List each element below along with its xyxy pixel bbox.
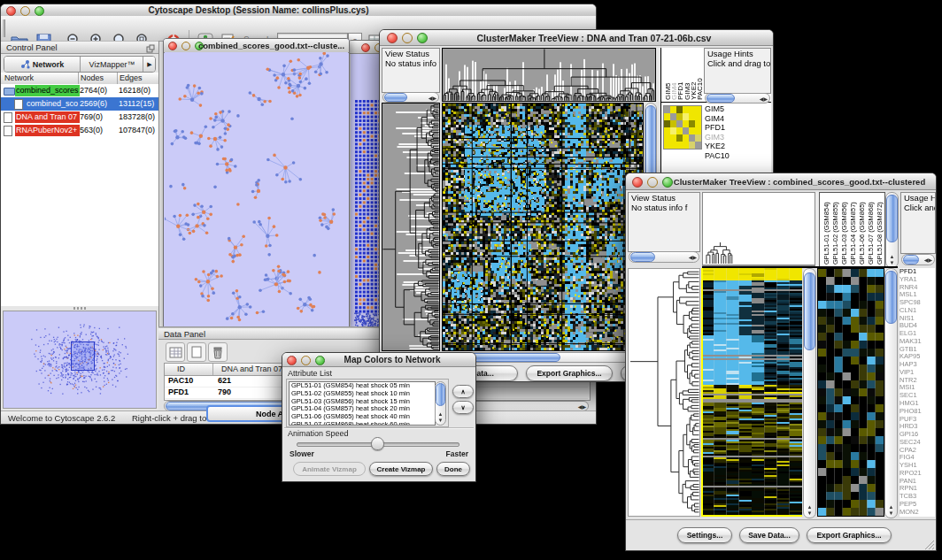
network-row[interactable]: RNAPuberNov2+563(0)107847(0) xyxy=(1,124,158,137)
tv2-heatmap-vscrollbar[interactable]: ▲▼ xyxy=(803,268,816,518)
minimize-button[interactable] xyxy=(181,42,190,50)
delete-attribute-trash-icon[interactable] xyxy=(208,342,228,362)
resize-grip[interactable] xyxy=(925,541,934,549)
attribute-list-item[interactable]: GPL51-07 (GSM868) heat shock 60 min xyxy=(290,421,435,426)
attribute-id: PAC10 xyxy=(168,375,212,387)
close-button[interactable] xyxy=(168,42,177,50)
tv2-collabel-vscrollbar[interactable]: ▲▼ xyxy=(885,192,899,268)
tv2-gene-label: GPI16 xyxy=(900,431,935,439)
matrix-cell xyxy=(670,113,676,120)
network-nodes: 2764(0) xyxy=(80,84,117,97)
matrix-cell xyxy=(664,134,670,142)
tv2-gene-labels: PFD1YRA1RNR4MSL1SPC98CLN1NIS1BUD4ELG1MAK… xyxy=(900,268,935,517)
tv2-column-label: GPL51-06 (GSM865) xyxy=(859,202,866,265)
faster-label: Faster xyxy=(445,449,468,458)
tv2-gene-label: PUF3 xyxy=(900,416,935,424)
network-edges: 13112(15) xyxy=(119,97,158,111)
settings-button[interactable]: Settings... xyxy=(677,527,732,543)
tab-overflow-arrow[interactable]: ▶ xyxy=(143,57,156,72)
network-row[interactable]: DNA and Tran 07769(0)183728(0) xyxy=(1,111,158,124)
close-button[interactable] xyxy=(6,6,16,16)
tv1-status-hscrollbar[interactable]: ◀▶ xyxy=(382,92,439,103)
tv1-column-label: PAC10 xyxy=(697,78,704,100)
tab-network[interactable]: Network xyxy=(4,57,80,72)
tv1-view-status-panel: View Status No status info f xyxy=(382,48,440,93)
export-graphics-button[interactable]: Export Graphics... xyxy=(526,365,613,381)
view-status-text: No status info f xyxy=(629,203,699,212)
matrix-cell xyxy=(664,113,670,120)
tv2-heatmap[interactable] xyxy=(701,268,802,517)
col-divider xyxy=(78,73,79,84)
matrix-cell xyxy=(689,113,695,120)
animate-vizmap-button[interactable]: Animate Vizmap xyxy=(293,462,366,476)
matrix-cell xyxy=(689,134,695,142)
tv2-gene-label: RPN1 xyxy=(900,485,935,493)
usage-hints-title: Usage Hints xyxy=(901,193,935,203)
minimize-button[interactable] xyxy=(301,356,311,365)
minimize-button[interactable] xyxy=(402,33,413,43)
attribute-list-vscrollbar[interactable]: ▲▼ xyxy=(435,381,446,426)
tv2-gene-dendrogram[interactable] xyxy=(628,268,700,517)
tv1-gene-labels: GIM5GIM4PFD1GIM3YKE2PAC10 xyxy=(705,104,767,166)
birdseye-canvas[interactable] xyxy=(4,311,156,406)
tv1-gene-dendrogram[interactable] xyxy=(382,103,440,351)
network-row[interactable]: combined_sco2569(6)13112(15) xyxy=(1,97,158,111)
matrix-cell xyxy=(683,113,689,120)
tv2-column-label: GPL51-01 (GSM854) xyxy=(823,202,830,265)
create-vizmap-button[interactable]: Create Vizmap xyxy=(369,462,433,476)
minimize-button[interactable] xyxy=(647,177,658,188)
id-column-header: ID xyxy=(177,364,185,373)
minimize-button[interactable] xyxy=(20,6,30,16)
col-edges: Edges xyxy=(120,73,143,82)
close-button[interactable] xyxy=(387,33,398,43)
tv2-gene-label: BUD4 xyxy=(900,322,935,330)
tv2-column-dendrogram[interactable] xyxy=(702,192,815,266)
tv2-gene-label: SPC98 xyxy=(900,299,935,307)
network-row[interactable]: combined_scores2764(0)16218(0) xyxy=(1,84,158,97)
new-attribute-icon[interactable] xyxy=(187,342,206,362)
close-button[interactable] xyxy=(287,356,297,365)
splitter-grip[interactable] xyxy=(73,307,86,310)
tv2-usage-hscrollbar[interactable]: ◀▶ xyxy=(901,254,935,265)
float-panel-icon[interactable] xyxy=(146,44,155,53)
tv1-usage-hscrollbar[interactable]: ◀▶ xyxy=(705,93,770,104)
tv2-zoom-heatmap[interactable] xyxy=(817,268,884,517)
matrix-cell xyxy=(676,142,683,149)
attribute-table-icon[interactable] xyxy=(166,342,185,362)
col-divider xyxy=(117,73,118,84)
tab-vizmapper[interactable]: VizMapper™ xyxy=(80,57,143,72)
done-button[interactable]: Done xyxy=(436,462,470,476)
tv1-gene-label: PAC10 xyxy=(705,151,767,161)
close-button[interactable] xyxy=(632,177,643,188)
tv1-heatmap[interactable] xyxy=(442,103,644,351)
tv2-zoom-vscrollbar[interactable]: ▲▼ xyxy=(884,268,898,518)
network-list: combined_scores2764(0)16218(0)combined_s… xyxy=(1,84,158,306)
tv2-status-hscrollbar[interactable]: ◀▶ xyxy=(629,251,699,263)
network-nodes: 563(0) xyxy=(80,124,117,137)
status-welcome: Welcome to Cytoscape 2.6.2 xyxy=(8,413,115,423)
tv2-gene-label: HAP3 xyxy=(900,361,935,369)
col-network: Network xyxy=(4,73,34,82)
move-down-button[interactable]: ∨ xyxy=(452,401,474,414)
move-up-button[interactable]: ∧ xyxy=(452,385,474,398)
tv1-usage-hints-panel: Usage Hints Click and drag to xyxy=(704,48,771,94)
tv2-gene-label: MAK31 xyxy=(900,338,935,346)
tv2-gene-label: PAN1 xyxy=(900,478,935,486)
tv1-gene-label: GIM4 xyxy=(705,114,767,124)
tv1-column-dendrogram[interactable] xyxy=(442,48,656,102)
network-canvas[interactable] xyxy=(165,52,348,326)
tv2-gene-label: PFD1 xyxy=(900,268,935,276)
tv1-summary-matrix[interactable] xyxy=(663,105,702,150)
control-panel-title: Control Panel xyxy=(6,42,58,52)
animation-speed-slider-thumb[interactable] xyxy=(371,437,384,450)
network-edges: 107847(0) xyxy=(119,124,158,137)
attribute-list[interactable]: GPL51-01 (GSM854) heat shock 05 minGPL51… xyxy=(289,381,436,426)
matrix-cell xyxy=(676,127,683,134)
tv2-gene-label: MSL1 xyxy=(900,291,935,299)
tv2-column-label: GPL51-03 (GSM856) xyxy=(841,202,848,265)
export-graphics-button[interactable]: Export Graphics... xyxy=(807,527,892,543)
close-button[interactable] xyxy=(361,43,370,52)
birdseye-view[interactable] xyxy=(3,311,157,409)
save-data-button[interactable]: Save Data... xyxy=(739,527,799,543)
scroll-arrows[interactable]: ◀▶ xyxy=(578,402,586,410)
